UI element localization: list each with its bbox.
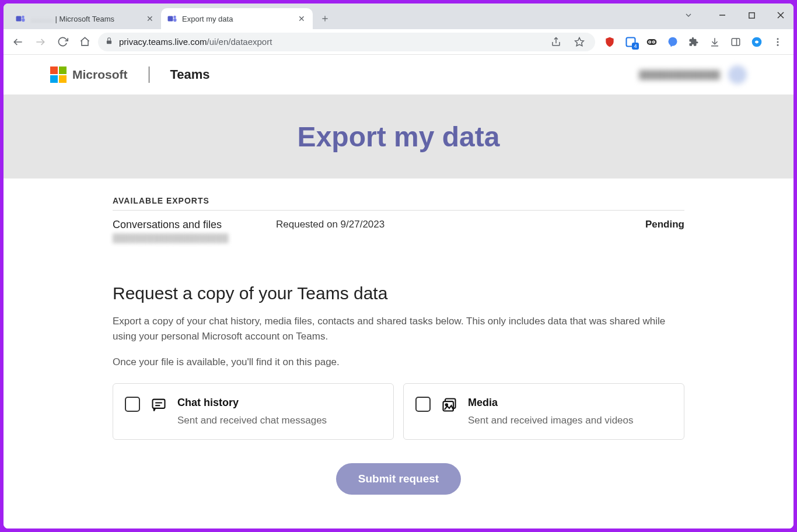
available-exports-label: AVAILABLE EXPORTS xyxy=(113,196,684,211)
microsoft-text: Microsoft xyxy=(72,68,128,82)
svg-rect-15 xyxy=(627,37,635,46)
sidepanel-icon[interactable] xyxy=(729,36,742,48)
checkbox[interactable] xyxy=(125,397,140,412)
browser-window: ……… | Microsoft Teams ✕ Export my data ✕… xyxy=(4,4,793,528)
export-item-row: Conversations and files ████████████████… xyxy=(113,211,684,260)
option-desc: Sent and received images and videos xyxy=(468,415,634,426)
svg-point-1 xyxy=(22,16,25,19)
request-note: Once your file is available, you'll find… xyxy=(113,356,684,368)
close-icon[interactable]: ✕ xyxy=(145,14,155,23)
extension-chat-icon[interactable] xyxy=(666,36,679,48)
option-media[interactable]: Media Sent and received images and video… xyxy=(403,383,684,440)
export-options: Chat history Sent and received chat mess… xyxy=(113,383,684,440)
browser-toolbar: privacy.teams.live.com/ui/en/dataexport xyxy=(4,29,793,55)
address-bar[interactable]: privacy.teams.live.com/ui/en/dataexport xyxy=(98,33,595,51)
bookmark-star-icon[interactable] xyxy=(571,33,588,51)
home-button[interactable] xyxy=(76,33,93,51)
close-button[interactable] xyxy=(771,7,790,23)
request-description: Export a copy of your chat history, medi… xyxy=(113,314,684,344)
export-name: Conversations and files xyxy=(113,219,276,231)
extension-icons xyxy=(600,36,788,48)
svg-rect-30 xyxy=(153,400,165,408)
svg-rect-12 xyxy=(107,40,111,44)
chat-icon xyxy=(151,397,167,413)
svg-rect-5 xyxy=(173,18,176,22)
extension-eyes-icon[interactable] xyxy=(645,36,658,48)
export-subtext-blurred: ████████████████████ xyxy=(113,233,276,243)
svg-point-20 xyxy=(653,41,654,42)
reload-button[interactable] xyxy=(54,33,71,51)
extension-circle-icon[interactable] xyxy=(750,36,763,48)
page-title: Export my data xyxy=(298,121,500,153)
teams-product: Teams xyxy=(170,67,210,82)
downloads-icon[interactable] xyxy=(708,36,721,48)
divider xyxy=(149,66,149,83)
svg-point-29 xyxy=(777,44,779,46)
lock-icon xyxy=(105,37,113,47)
svg-rect-7 xyxy=(749,12,754,18)
user-info-blurred: ██████████████ xyxy=(639,65,747,84)
main-content: AVAILABLE EXPORTS Conversations and file… xyxy=(113,178,684,528)
tab-strip: ……… | Microsoft Teams ✕ Export my data ✕… xyxy=(4,4,793,29)
site-header: Microsoft Teams ██████████████ xyxy=(4,55,793,94)
extension-badge-icon[interactable] xyxy=(624,36,637,48)
option-chat-history[interactable]: Chat history Sent and received chat mess… xyxy=(113,383,394,440)
microsoft-logo[interactable]: Microsoft xyxy=(50,66,128,83)
menu-icon[interactable] xyxy=(771,36,784,48)
tab-title: ……… | Microsoft Teams xyxy=(30,15,140,23)
request-title: Request a copy of your Teams data xyxy=(113,284,684,303)
media-icon xyxy=(441,397,457,413)
avatar[interactable] xyxy=(728,65,747,84)
svg-point-4 xyxy=(173,16,176,19)
url-text: privacy.teams.live.com/ui/en/dataexport xyxy=(119,37,541,47)
share-icon[interactable] xyxy=(547,33,565,51)
new-tab-button[interactable]: ＋ xyxy=(316,9,334,27)
minimize-button[interactable] xyxy=(713,7,732,23)
tab-title: Export my data xyxy=(182,15,292,23)
submit-request-button[interactable]: Submit request xyxy=(336,463,461,495)
svg-point-21 xyxy=(669,37,677,46)
svg-rect-3 xyxy=(168,16,173,22)
svg-point-28 xyxy=(777,41,779,43)
teams-icon xyxy=(167,13,177,24)
teams-icon xyxy=(15,13,26,24)
option-title: Media xyxy=(468,397,634,409)
page-viewport[interactable]: Microsoft Teams ██████████████ Export my… xyxy=(4,55,793,528)
svg-marker-14 xyxy=(575,37,584,46)
tabs-dropdown-icon[interactable] xyxy=(679,7,698,23)
export-requested-date: Requested on 9/27/2023 xyxy=(276,219,645,230)
tab-export-data[interactable]: Export my data ✕ xyxy=(161,8,313,29)
forward-button[interactable] xyxy=(32,33,49,51)
svg-rect-0 xyxy=(16,16,22,22)
ublock-icon[interactable] xyxy=(603,36,616,48)
option-desc: Sent and received chat messages xyxy=(177,415,327,426)
tab-teams[interactable]: ……… | Microsoft Teams ✕ xyxy=(9,8,161,29)
checkbox[interactable] xyxy=(415,397,431,412)
svg-rect-24 xyxy=(732,38,740,46)
microsoft-logo-icon xyxy=(50,66,67,83)
option-title: Chat history xyxy=(177,397,327,409)
svg-rect-16 xyxy=(647,39,657,45)
maximize-button[interactable] xyxy=(742,7,761,23)
extensions-puzzle-icon[interactable] xyxy=(687,36,700,48)
window-controls xyxy=(679,7,790,23)
svg-point-19 xyxy=(649,41,651,42)
hero-banner: Export my data xyxy=(4,94,793,178)
back-button[interactable] xyxy=(9,33,27,51)
svg-point-27 xyxy=(777,38,779,40)
close-icon[interactable]: ✕ xyxy=(296,14,307,23)
export-status: Pending xyxy=(645,219,684,230)
svg-rect-2 xyxy=(22,18,25,22)
